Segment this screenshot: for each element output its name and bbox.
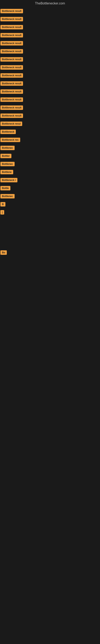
list-item: Bottleneck result [0,16,100,24]
list-item: Bottleneck r [0,177,100,185]
list-item: Bottler [0,152,100,160]
bottleneck-badge[interactable]: | [0,210,4,214]
list-item: Bottle [0,185,100,193]
bottleneck-badge[interactable]: Bottlenec [0,146,15,150]
list-item [0,265,100,273]
bottleneck-badge[interactable]: Bottleneck res [0,138,20,142]
list-item: Bottleneck result [0,56,100,64]
bottleneck-badge[interactable]: Bottleneck result [0,41,23,46]
list-item [0,281,100,290]
list-item: Bottleneck result [0,104,100,112]
bottleneck-badge[interactable]: Bottleneck result [0,106,23,110]
list-item: Bottleneck result [0,64,100,72]
bottleneck-badge[interactable]: B [0,202,5,206]
bottleneck-badge[interactable]: Bottleneck result [0,49,23,54]
list-item: Bottleneck result [0,72,100,80]
list-item: Bottleneck result [0,80,100,88]
bottleneck-badge[interactable]: Bottlene [0,170,13,174]
list-item: Bottleneck result [0,48,100,56]
bottleneck-badge[interactable]: Bottleneck result [0,98,23,102]
list-item: Bottleneck result [0,96,100,104]
list-item [0,217,100,225]
site-title: TheBottlenecker.com [0,0,100,8]
list-item: Bottlenec [0,160,100,169]
list-item: Bottleneck result [0,8,100,16]
bottleneck-badge[interactable]: Bottleneck result [0,25,23,30]
bottleneck-badge[interactable]: Bottleneck result [0,65,23,70]
bottleneck-badge[interactable]: Bottleneck result [0,57,23,62]
list-item [0,233,100,241]
bottleneck-badge[interactable]: Bottlenec [0,194,15,198]
list-item [0,225,100,233]
list-item: Bottleneck result [0,32,100,40]
list-item: Bottleneck result [0,88,100,96]
bottleneck-badge[interactable]: Bottleneck result [0,73,23,78]
list-item: Bottleneck result [0,24,100,32]
bottleneck-badge[interactable]: Bottleneck result [0,33,23,38]
list-item: Bottleneck [0,128,100,136]
list-item: Bottleneck res [0,136,100,144]
bottleneck-badge[interactable]: Bottleneck [0,130,16,134]
bottleneck-badge[interactable]: Bottlenec [0,162,15,166]
bottleneck-badge[interactable]: Bottleneck resul [0,122,22,126]
list-item: Bottlenec [0,193,100,201]
list-item: Bottlene [0,169,100,177]
bottleneck-badge[interactable]: Bottleneck result [0,17,23,21]
list-item: Bottleneck result [0,40,100,48]
bottleneck-badge[interactable]: Bottleneck result [0,81,23,86]
list-item [0,273,100,281]
bottleneck-badge[interactable]: Bo [0,250,7,255]
bottleneck-badge[interactable]: Bottle [0,186,10,190]
bottleneck-badge[interactable]: Bottleneck result [0,9,23,13]
bottleneck-badge[interactable]: Bottleneck r [0,178,17,182]
list-item [0,241,100,249]
list-item: | [0,209,100,217]
list-item: B [0,201,100,209]
list-item: Bottleneck resul [0,120,100,128]
bottleneck-badge[interactable]: Bottler [0,154,11,158]
bottleneck-badge[interactable]: Bottleneck result [0,89,23,94]
list-item [0,257,100,265]
list-item: Bottlenec [0,144,100,152]
list-item: Bottleneck result [0,112,100,120]
bottleneck-badge[interactable]: Bottleneck result [0,114,23,118]
list-item: Bo [0,249,100,257]
